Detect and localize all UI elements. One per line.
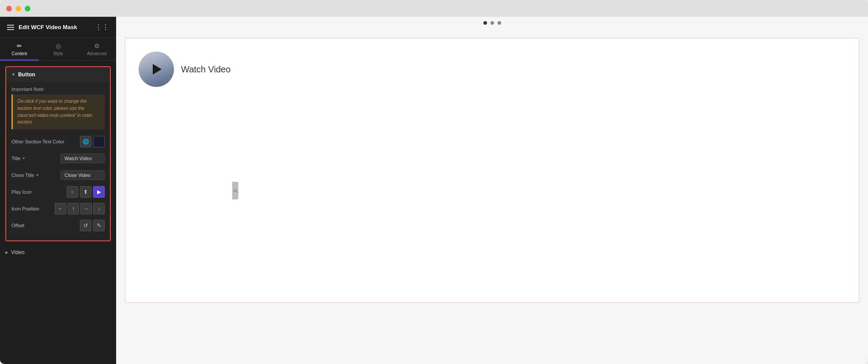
offset-row: Offset ↺ ✎ [11,219,105,232]
video-section: ▶ Video [5,246,111,259]
play-icon-circle-btn[interactable]: ○ [67,186,78,198]
video-thumbnail [139,52,174,87]
canvas-frame: Watch Video [125,38,859,303]
title-row: Title ✦ [11,152,105,165]
canvas-top-bar [116,17,868,29]
pos-right-btn[interactable]: → [80,203,92,214]
other-section-text-color-label: Other Section Text Color [11,139,64,144]
pos-up-btn[interactable]: ↑ [68,203,79,214]
advanced-tab-label: Advanced [87,51,106,56]
title-input[interactable] [60,154,105,163]
play-icon-triangle-btn[interactable]: ▶ [93,186,105,198]
close-title-input[interactable] [60,170,105,180]
sidebar-tabs: ✏ Content ◎ Style ⚙ Advanced [0,38,116,61]
play-icon-row: Play Icon ○ ⬆ ▶ [11,186,105,198]
title-dynamic-icon: ✦ [22,156,26,161]
tab-style[interactable]: ◎ Style [39,38,78,60]
offset-edit-btn[interactable]: ✎ [93,220,105,231]
canvas-area: Watch Video ‹ [116,17,868,364]
sidebar-header-left: Edit WCF Video Mask [7,24,77,30]
tab-advanced[interactable]: ⚙ Advanced [77,38,116,60]
minimize-button[interactable] [15,6,21,11]
play-icon-controls: ○ ⬆ ▶ [67,186,105,198]
close-title-label: Close Title ✦ [11,173,39,178]
important-note-text: On-click if you want to change the secti… [17,98,100,126]
button-section: ▼ Button Important Note On-click if you … [5,66,111,241]
button-section-body: Important Note On-click if you want to c… [6,82,110,240]
close-title-dynamic-icon: ✦ [36,173,39,177]
sidebar-header: Edit WCF Video Mask ⋮⋮ [0,17,116,38]
style-tab-icon: ◎ [56,42,61,49]
main-content: Edit WCF Video Mask ⋮⋮ ✏ Content ◎ Style… [0,17,868,364]
icon-position-controls: ← ↑ → ↓ [55,203,105,214]
watch-video-button[interactable]: Watch Video [139,52,845,87]
collapse-arrow-icon: ‹ [234,188,235,194]
icon-position-row: Icon Position ← ↑ → ↓ [11,203,105,215]
maximize-button[interactable] [25,6,30,11]
titlebar [0,0,868,17]
important-note-box: On-click if you want to change the secti… [11,94,105,129]
sidebar: Edit WCF Video Mask ⋮⋮ ✏ Content ◎ Style… [0,17,116,364]
pos-left-btn[interactable]: ← [55,203,66,214]
play-icon-upload-btn[interactable]: ⬆ [80,186,91,198]
other-section-text-color-controls: 🌐 [80,136,105,147]
icon-position-label: Icon Position [11,206,39,211]
globe-icon-btn[interactable]: 🌐 [80,136,91,147]
offset-reset-btn[interactable]: ↺ [80,220,91,231]
sidebar-collapse-handle[interactable]: ‹ [232,182,238,199]
dot-indicator-2[interactable] [491,21,494,25]
pos-down-btn[interactable]: ↓ [93,203,105,214]
canvas-viewport: Watch Video [116,29,868,364]
video-section-label: Video [11,249,24,255]
content-tab-label: Content [11,51,27,56]
offset-controls: ↺ ✎ [80,220,105,231]
play-triangle-icon [153,64,162,75]
hamburger-menu-icon[interactable] [7,25,14,30]
other-section-text-color-row: Other Section Text Color 🌐 [11,135,105,148]
dot-indicator-3[interactable] [498,21,501,25]
close-title-row: Close Title ✦ [11,169,105,181]
grid-icon[interactable]: ⋮⋮ [95,23,109,31]
play-icon-label: Play Icon [11,189,31,195]
close-button[interactable] [6,6,12,11]
button-section-arrow: ▼ [11,72,15,77]
title-label: Title ✦ [11,156,26,161]
advanced-tab-icon: ⚙ [94,42,100,49]
color-swatch[interactable] [93,136,105,147]
important-note-label: Important Note [11,86,105,92]
style-tab-label: Style [53,51,63,56]
sidebar-title: Edit WCF Video Mask [19,24,77,30]
video-section-header[interactable]: ▶ Video [5,246,111,259]
button-section-header[interactable]: ▼ Button [6,67,110,82]
offset-label: Offset [11,223,24,228]
tab-content[interactable]: ✏ Content [0,38,39,60]
watch-video-label: Watch Video [181,64,230,75]
content-tab-icon: ✏ [17,42,22,49]
sidebar-panel: ▼ Button Important Note On-click if you … [0,61,116,364]
dot-indicator-1[interactable] [483,21,487,25]
button-section-title: Button [18,71,35,78]
app-window: Edit WCF Video Mask ⋮⋮ ✏ Content ◎ Style… [0,0,868,364]
video-section-arrow: ▶ [5,250,8,255]
